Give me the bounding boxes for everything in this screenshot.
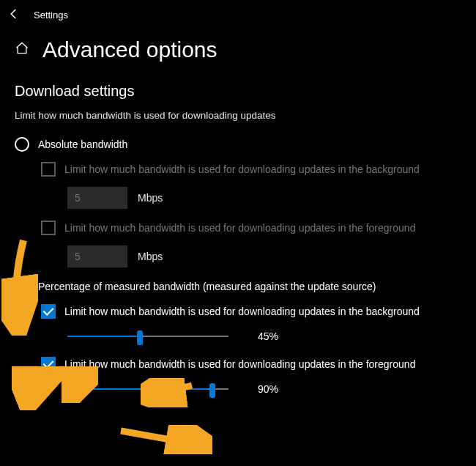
radio-absolute-bandwidth[interactable]: Absolute bandwidth xyxy=(15,137,461,152)
fg-mbps-input: 5 xyxy=(67,245,127,267)
checkbox-icon xyxy=(41,221,56,235)
check-percentage-foreground[interactable]: Limit how much bandwidth is used for dow… xyxy=(41,357,461,371)
radio-icon xyxy=(15,137,29,152)
section-heading: Download settings xyxy=(15,83,461,100)
checkbox-icon xyxy=(41,304,56,319)
input-absolute-background: 5 Mbps xyxy=(67,187,461,209)
check-label: Limit how much bandwidth is used for dow… xyxy=(64,306,420,317)
input-absolute-foreground: 5 Mbps xyxy=(67,245,461,267)
checkbox-icon xyxy=(41,162,56,177)
checkbox-icon xyxy=(41,357,56,371)
slider-track[interactable] xyxy=(67,382,228,396)
home-icon[interactable] xyxy=(15,41,29,59)
slider-fill xyxy=(67,336,140,337)
check-percentage-background[interactable]: Limit how much bandwidth is used for dow… xyxy=(41,304,461,319)
slider-thumb[interactable] xyxy=(137,330,143,345)
page-header: Advanced options xyxy=(0,23,476,70)
annotation-arrow xyxy=(117,425,212,454)
check-label: Limit how much bandwidth is used for dow… xyxy=(64,358,415,370)
fg-mbps-unit: Mbps xyxy=(138,251,163,262)
radio-icon xyxy=(15,279,29,294)
radio-label: Percentage of measured bandwidth (measur… xyxy=(38,281,376,292)
section-description: Limit how much bandwidth is used for dow… xyxy=(15,110,461,121)
page-title: Advanced options xyxy=(42,37,217,62)
radio-label: Absolute bandwidth xyxy=(38,138,127,150)
bg-mbps-unit: Mbps xyxy=(138,192,163,204)
slider-fill xyxy=(67,388,212,390)
check-label: Limit how much bandwidth is used for dow… xyxy=(64,163,420,175)
bg-mbps-input: 5 xyxy=(67,187,127,209)
window-title: Settings xyxy=(34,10,68,21)
slider-thumb[interactable] xyxy=(209,383,215,398)
slider-percentage-background[interactable]: 45% xyxy=(67,329,461,344)
radio-percentage-bandwidth[interactable]: Percentage of measured bandwidth (measur… xyxy=(15,279,461,294)
slider-value: 90% xyxy=(258,383,278,395)
check-label: Limit how much bandwidth is used for dow… xyxy=(64,222,415,234)
check-absolute-foreground: Limit how much bandwidth is used for dow… xyxy=(41,221,461,235)
slider-percentage-foreground[interactable]: 90% xyxy=(67,382,461,396)
title-bar: Settings xyxy=(0,0,476,23)
slider-track[interactable] xyxy=(67,329,228,344)
download-settings-section: Download settings Limit how much bandwid… xyxy=(0,70,476,396)
back-icon[interactable] xyxy=(7,7,21,23)
check-absolute-background: Limit how much bandwidth is used for dow… xyxy=(41,162,461,177)
slider-value: 45% xyxy=(258,330,278,342)
